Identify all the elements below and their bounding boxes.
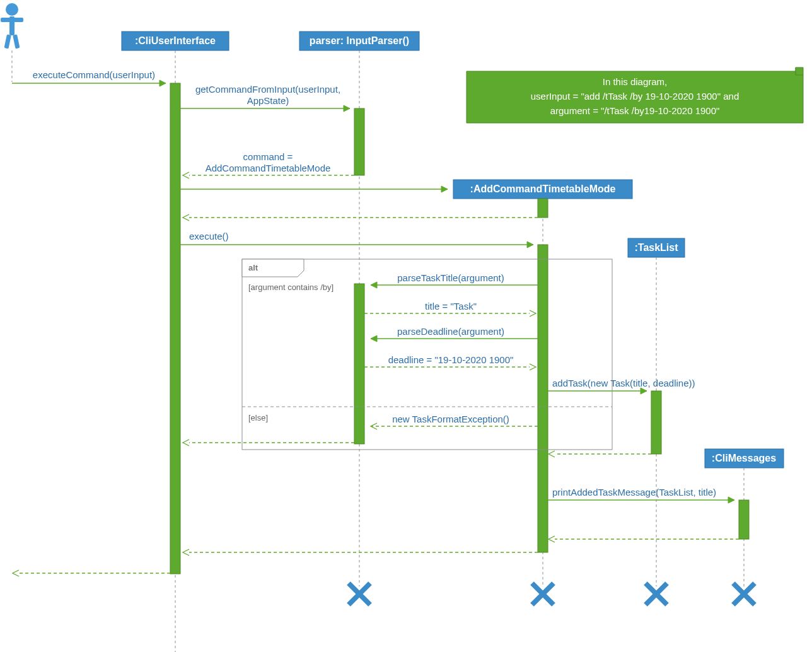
msg-addTask: addTask(new Task(title, deadline)) [552, 378, 695, 388]
cli-label: :CliUserInterface [135, 35, 216, 46]
sequence-diagram: :CliUserInterface parser: InputParser() … [0, 0, 812, 652]
note-l1: In this diagram, [603, 76, 668, 87]
svg-marker-8 [344, 105, 350, 112]
msg-title: title = "Task" [425, 301, 477, 311]
note: In this diagram, userInput = "add /tTask… [467, 67, 803, 123]
alt-label: alt [248, 263, 258, 272]
svg-marker-28 [728, 497, 734, 503]
svg-rect-3 [4, 34, 11, 49]
svg-marker-6 [160, 80, 166, 86]
msg-parseDeadline: parseDeadline(argument) [397, 326, 504, 337]
svg-point-0 [6, 3, 18, 16]
destroy-climsg [733, 583, 755, 605]
svg-rect-2 [1, 18, 23, 22]
msg-getCommand-a: getCommandFromInput(userInput, [195, 84, 340, 95]
addcmd-act-exec [538, 245, 548, 552]
actor-icon [1, 3, 23, 49]
note-l2: userInput = "add /tTask /by 19-10-2020 1… [531, 91, 739, 102]
cli-activation [170, 83, 180, 574]
svg-marker-19 [371, 335, 377, 342]
guard1: [argument contains /by] [248, 282, 334, 292]
svg-marker-11 [441, 186, 448, 192]
msg-execute: execute() [189, 231, 229, 242]
msg-printAdded: printAddedTaskMessage(TaskList, title) [552, 487, 716, 498]
msg-deadline: deadline = "19-10-2020 1900" [388, 354, 514, 365]
guard2: [else] [248, 413, 268, 422]
parser-label: parser: InputParser() [310, 35, 409, 46]
destroy-parser [349, 583, 370, 605]
destroy-addcmd [532, 583, 554, 605]
svg-rect-4 [13, 34, 20, 49]
parser-act2 [354, 284, 364, 444]
addcmd-act-create [538, 199, 548, 218]
climsg-label: :CliMessages [712, 453, 776, 463]
svg-marker-16 [371, 282, 377, 288]
msg-ret-command-a: command = [243, 151, 293, 162]
msg-exception: new TaskFormatException() [392, 414, 509, 424]
destroy-tasklist [646, 583, 667, 605]
msg-getCommand-b: AppState) [247, 95, 289, 106]
note-l3: argument = "/tTask /by19-10-2020 1900" [550, 105, 720, 116]
addcmd-label: :AddCommandTimetableMode [470, 183, 616, 194]
msg-parseTitle: parseTaskTitle(argument) [397, 272, 504, 283]
parser-act1 [354, 108, 364, 175]
msg-executeCommand: executeCommand(userInput) [33, 69, 155, 80]
tasklist-label: :TaskList [634, 242, 678, 253]
climsg-act [739, 500, 749, 539]
svg-marker-22 [641, 388, 647, 394]
svg-marker-14 [527, 242, 533, 248]
tasklist-act [651, 391, 661, 454]
msg-ret-command-b: AddCommandTimetableMode [206, 163, 331, 173]
